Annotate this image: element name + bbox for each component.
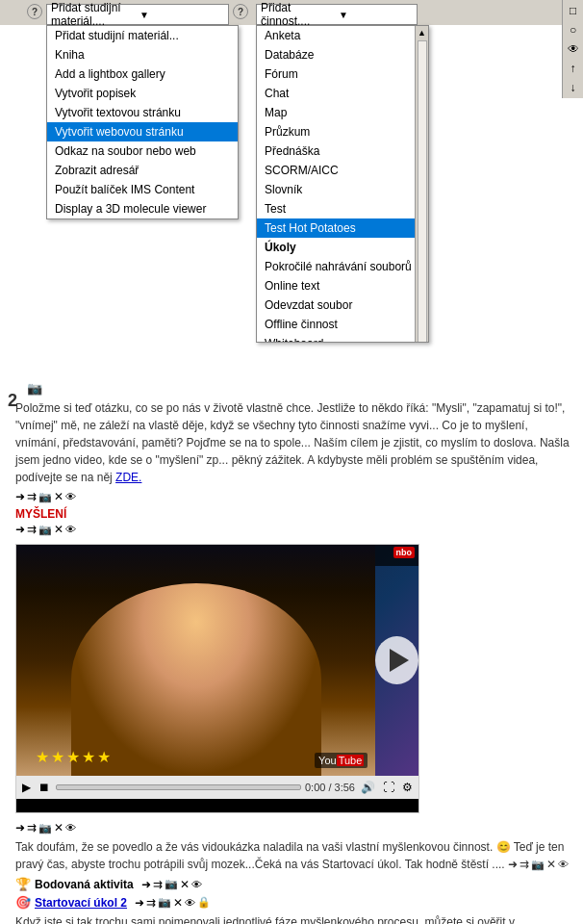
panel-icon-up[interactable]: ↑ <box>570 62 576 75</box>
su-arrow2[interactable]: ⇉ <box>146 896 156 910</box>
ba-x[interactable]: ✕ <box>180 878 190 891</box>
p2-cam[interactable]: 📷 <box>531 857 545 873</box>
right-menu-item-11[interactable]: Úkoly <box>257 238 428 257</box>
paragraph-1: Položme si teď otázku, co se po nás v ži… <box>8 399 575 486</box>
panel-icon-down[interactable]: ↓ <box>570 81 576 94</box>
zde-link[interactable]: ZDE. <box>115 471 141 484</box>
scroll-track <box>418 40 427 343</box>
time-display: 0:00 / 3:56 <box>305 782 355 793</box>
su-arrow1[interactable]: ➜ <box>135 896 144 910</box>
ba-eye[interactable]: 👁 <box>191 879 202 890</box>
panel-icon-circle[interactable]: ○ <box>570 23 576 37</box>
ba-cam[interactable]: 📷 <box>165 878 178 890</box>
paragraph-3: Když jste si tak trochu sami pojmenova­l… <box>8 913 575 924</box>
video-player: Blondyna - na stojaka - hodne premejsli … <box>15 544 419 813</box>
trophy-icon: 🏆 <box>15 877 31 891</box>
settings-button[interactable]: ⚙ <box>400 781 415 794</box>
icon-x-v[interactable]: ✕ <box>54 821 63 834</box>
youtube-tube: Tube <box>337 755 365 766</box>
play-button[interactable] <box>375 636 418 684</box>
icon-x1[interactable]: ✕ <box>54 490 63 503</box>
right-menu-item-12[interactable]: Pokročilé nahrávání souborů <box>257 257 428 276</box>
right-menu-item-6[interactable]: Přednáška <box>257 141 428 161</box>
right-menu-item-3[interactable]: Chat <box>257 84 428 103</box>
menu-item-8[interactable]: Použít balíček IMS Content <box>47 180 238 199</box>
p2-arrow1[interactable]: ➜ <box>508 856 518 873</box>
arrow-2b[interactable]: ⇉ <box>27 523 37 536</box>
right-menu-item-0[interactable]: Anketa <box>257 26 428 45</box>
startovaci-link[interactable]: Startovací úkol 2 <box>35 896 127 910</box>
icon-eye-v[interactable]: 👁 <box>65 822 76 834</box>
arrow-v2[interactable]: ⇉ <box>27 821 37 834</box>
right-menu-item-15[interactable]: Offline činnost <box>257 315 428 334</box>
youtube-you: You <box>318 755 337 766</box>
right-dropdown-label: Přidat činnost.... <box>261 1 335 28</box>
right-menu-item-8[interactable]: Slovník <box>257 180 428 199</box>
icon-x2[interactable]: ✕ <box>54 523 63 536</box>
person-figure <box>71 583 321 776</box>
icon-cam2[interactable]: 📷 <box>38 524 52 536</box>
main-layout: ? Přidat studijní materiál.... ▼ Přidat … <box>0 0 583 924</box>
menu-item-7[interactable]: Zobrazit adresář <box>47 161 238 180</box>
youtube-badge: YouTube <box>315 753 368 768</box>
right-menu-item-4[interactable]: Map <box>257 103 428 122</box>
left-dropdown-button[interactable]: Přidat studijní materiál.... ▼ <box>46 4 229 25</box>
ba-arrow2[interactable]: ⇉ <box>153 878 163 891</box>
menu-item-0[interactable]: Přidat studijní materiál... <box>47 26 238 45</box>
video-action-row: ➜ ⇉ 📷 ✕ 👁 <box>8 821 575 834</box>
panel-icon-eye[interactable]: 👁 <box>568 42 579 56</box>
video-logo: nbo <box>393 547 416 558</box>
ba-arrow1[interactable]: ➜ <box>141 878 151 891</box>
panel-icon-square[interactable]: □ <box>570 4 576 17</box>
su-x[interactable]: ✕ <box>173 896 183 910</box>
right-dropdown-menu: Anketa Databáze Fórum Chat Map Průzkum P… <box>256 25 429 343</box>
menu-item-1[interactable]: Kniha <box>47 45 238 64</box>
arrow-2a[interactable]: ➜ <box>15 523 25 536</box>
right-menu-item-2[interactable]: Fórum <box>257 64 428 84</box>
right-menu-item-1[interactable]: Databáze <box>257 45 428 64</box>
arrow-left-icon[interactable]: ➜ <box>15 490 25 503</box>
page-number: 2 <box>8 391 17 411</box>
icon-cam-v[interactable]: 📷 <box>38 822 52 834</box>
scroll-up-arrow[interactable]: ▲ <box>416 26 428 39</box>
arrow-v1[interactable]: ➜ <box>15 821 25 834</box>
right-menu-item-9[interactable]: Test <box>257 199 428 218</box>
su-cam[interactable]: 📷 <box>158 896 171 909</box>
p2-eye[interactable]: 👁 <box>558 857 569 873</box>
icon-eye1[interactable]: 👁 <box>65 491 76 502</box>
right-menu-item-5[interactable]: Průzkum <box>257 122 428 141</box>
p2-arrow2[interactable]: ⇉ <box>520 856 529 873</box>
right-dropdown-button[interactable]: Přidat činnost.... ▼ <box>256 4 418 25</box>
right-menu-item-7[interactable]: SCORM/AICC <box>257 161 428 180</box>
icon-eye2[interactable]: 👁 <box>65 524 76 535</box>
volume-button[interactable]: 🔊 <box>359 781 377 794</box>
menu-item-5[interactable]: Vytvořit webovou stránku <box>47 122 238 141</box>
paragraph-2: Tak doufám, že se povedlo a že vás vidou… <box>8 838 575 873</box>
progress-bar[interactable] <box>56 784 301 790</box>
menu-item-4[interactable]: Vytvořit textovou stránku <box>47 103 238 122</box>
fullscreen-button[interactable]: ⛶ <box>381 781 396 794</box>
right-menu-item-10[interactable]: Test Hot Potatoes <box>257 218 428 238</box>
double-arrow-icon[interactable]: ⇉ <box>27 490 37 503</box>
menu-item-2[interactable]: Add a lightbox gallery <box>47 64 238 84</box>
stop-ctrl-button[interactable]: ⏹ <box>37 781 52 794</box>
right-menu-item-16[interactable]: Whiteboard <box>257 334 428 343</box>
camera-icon: 📷 <box>27 381 42 396</box>
icon-cam[interactable]: 📷 <box>38 491 52 503</box>
left-dropdown-menu: Přidat studijní materiál... Kniha Add a … <box>46 25 239 219</box>
right-dropdown-arrow: ▼ <box>339 10 413 20</box>
menu-item-6[interactable]: Odkaz na soubor nebo web <box>47 141 238 161</box>
menu-item-9[interactable]: Display a 3D molecule viewer <box>47 199 238 218</box>
right-menu-item-14[interactable]: Odevzdat soubor <box>257 295 428 315</box>
menu-item-3[interactable]: Vytvořit popisek <box>47 84 238 103</box>
su-eye[interactable]: 👁 <box>185 897 195 909</box>
right-help-icon[interactable]: ? <box>233 4 248 19</box>
right-menu-item-13[interactable]: Online text <box>257 276 428 295</box>
video-thumbnail: Blondyna - na stojaka - hodne premejsli … <box>16 545 418 776</box>
star-rating: ★★★★★ <box>36 748 113 766</box>
left-help-icon[interactable]: ? <box>27 4 42 19</box>
left-dropdown-label: Přidat studijní materiál.... <box>51 1 136 28</box>
p2-x[interactable]: ✕ <box>546 856 556 873</box>
startovaci-row: 🎯 Startovací úkol 2 ➜ ⇉ 📷 ✕ 👁 🔒 <box>8 895 575 910</box>
play-ctrl-button[interactable]: ▶ <box>20 781 33 794</box>
